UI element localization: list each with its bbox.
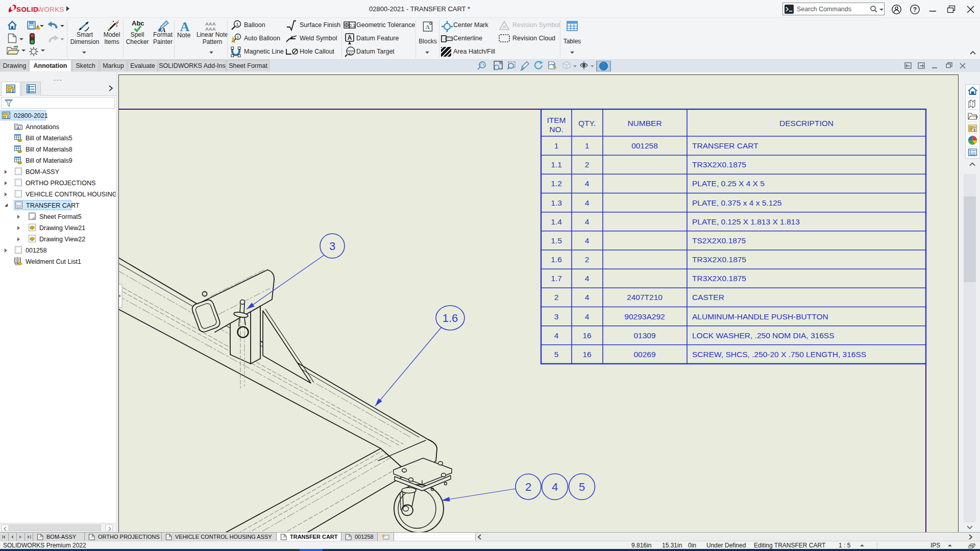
- svg-text:1: 1: [585, 141, 590, 150]
- svg-text:1.3: 1.3: [551, 198, 562, 207]
- svg-text:5: 5: [554, 350, 559, 359]
- svg-text:4: 4: [585, 179, 590, 188]
- svg-text:1.2: 1.2: [551, 179, 562, 188]
- svg-text:CASTER: CASTER: [692, 293, 724, 302]
- svg-text:2: 2: [554, 293, 559, 302]
- svg-text:TR3X2X0.1875: TR3X2X0.1875: [692, 255, 746, 264]
- svg-text:WORKS: WORKS: [37, 6, 64, 13]
- svg-text:4: 4: [585, 274, 590, 283]
- svg-text:2: 2: [585, 160, 590, 169]
- svg-text:1.6: 1.6: [551, 255, 562, 264]
- svg-text:?: ?: [913, 6, 917, 13]
- svg-text:1: 1: [236, 22, 238, 27]
- svg-text:4: 4: [585, 312, 590, 321]
- svg-text:1.6: 1.6: [443, 312, 458, 324]
- svg-text:16: 16: [582, 350, 591, 359]
- svg-text:PLATE, 0.375 x 4 x 5.125: PLATE, 0.375 x 4 x 5.125: [692, 198, 782, 207]
- svg-text:0.1: 0.1: [349, 23, 356, 28]
- svg-text:3: 3: [329, 240, 335, 253]
- svg-text:4: 4: [585, 198, 590, 207]
- svg-text:01309: 01309: [633, 331, 655, 340]
- svg-text:4: 4: [585, 217, 590, 226]
- svg-text:ALUMINUM-HANDLE PUSH-BUTTON: ALUMINUM-HANDLE PUSH-BUTTON: [692, 312, 828, 321]
- svg-text:2: 2: [525, 481, 531, 493]
- svg-text:SOLID: SOLID: [16, 6, 38, 13]
- svg-text:SCREW, SHCS, .250-20 X .750 LE: SCREW, SHCS, .250-20 X .750 LENGTH, 316S…: [692, 350, 866, 359]
- svg-text:NUMBER: NUMBER: [627, 119, 662, 128]
- svg-text:1: 1: [554, 141, 559, 150]
- svg-text:Abc: Abc: [132, 20, 144, 27]
- svg-text:NO.: NO.: [549, 125, 564, 134]
- svg-text:TS2X2X0.1875: TS2X2X0.1875: [692, 236, 746, 245]
- svg-text:A: A: [503, 24, 506, 30]
- svg-text:1.7: 1.7: [551, 274, 562, 283]
- svg-text:4: 4: [554, 331, 559, 340]
- svg-text:A1: A1: [348, 52, 353, 56]
- svg-text:00269: 00269: [633, 350, 655, 359]
- svg-text:1.4: 1.4: [551, 217, 562, 226]
- svg-text:QTY.: QTY.: [578, 119, 596, 128]
- svg-text:TR3X2X0.1875: TR3X2X0.1875: [692, 274, 746, 283]
- svg-text:4: 4: [585, 236, 590, 245]
- svg-text:PLATE, 0.25 X 4 X 5: PLATE, 0.25 X 4 X 5: [692, 179, 765, 188]
- svg-text:001258: 001258: [631, 141, 658, 150]
- svg-text:1.5: 1.5: [551, 236, 562, 245]
- svg-text:TRANSFER CART: TRANSFER CART: [692, 141, 758, 150]
- svg-text:2: 2: [585, 255, 590, 264]
- svg-text:PLATE, 0.125 X 1.813 X 1.813: PLATE, 0.125 X 1.813 X 1.813: [692, 217, 800, 226]
- svg-text:!: !: [37, 26, 38, 29]
- svg-text:LOCK WASHER, .250 NOM DIA, 316: LOCK WASHER, .250 NOM DIA, 316SS: [692, 331, 835, 340]
- svg-text:90293A292: 90293A292: [624, 312, 665, 321]
- svg-text:5: 5: [579, 481, 585, 493]
- svg-text:TR3X2X0.1875: TR3X2X0.1875: [692, 160, 746, 169]
- svg-text:ITEM: ITEM: [547, 116, 566, 124]
- svg-text:4: 4: [552, 481, 558, 493]
- svg-text:2407T210: 2407T210: [627, 293, 663, 302]
- svg-text:4: 4: [585, 293, 590, 302]
- svg-text:3: 3: [554, 312, 559, 321]
- svg-text:A: A: [425, 23, 430, 31]
- svg-text:A: A: [348, 34, 352, 41]
- svg-text:1.1: 1.1: [551, 160, 562, 169]
- svg-text:1: 1: [237, 35, 239, 39]
- svg-text:16: 16: [582, 331, 591, 340]
- svg-text:DESCRIPTION: DESCRIPTION: [779, 119, 834, 128]
